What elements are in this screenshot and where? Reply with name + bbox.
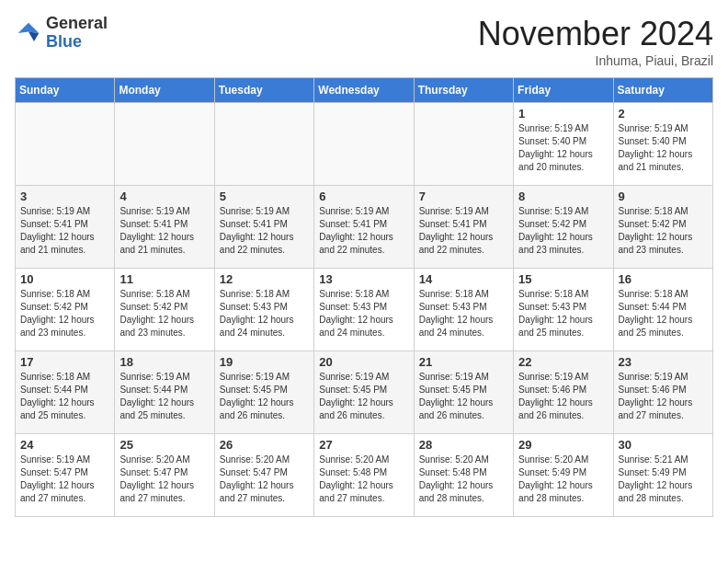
calendar-week-3: 10Sunrise: 5:18 AM Sunset: 5:42 PM Dayli… (16, 269, 713, 351)
calendar-week-5: 24Sunrise: 5:19 AM Sunset: 5:47 PM Dayli… (16, 434, 713, 517)
logo-general: General (46, 14, 108, 32)
day-content: Sunrise: 5:20 AM Sunset: 5:48 PM Dayligh… (419, 454, 508, 505)
day-content: Sunrise: 5:19 AM Sunset: 5:41 PM Dayligh… (20, 205, 109, 257)
day-content: Sunrise: 5:18 AM Sunset: 5:44 PM Dayligh… (20, 371, 109, 422)
weekday-header-thursday: Thursday (414, 78, 513, 103)
calendar-cell: 6Sunrise: 5:19 AM Sunset: 5:41 PM Daylig… (314, 186, 414, 269)
day-content: Sunrise: 5:18 AM Sunset: 5:43 PM Dayligh… (319, 288, 408, 339)
day-number: 28 (419, 438, 508, 452)
logo-blue: Blue (46, 32, 82, 51)
calendar-cell: 15Sunrise: 5:18 AM Sunset: 5:43 PM Dayli… (514, 269, 613, 351)
day-number: 21 (419, 355, 508, 369)
day-content: Sunrise: 5:19 AM Sunset: 5:47 PM Dayligh… (20, 454, 109, 505)
day-content: Sunrise: 5:19 AM Sunset: 5:41 PM Dayligh… (220, 205, 309, 257)
day-content: Sunrise: 5:18 AM Sunset: 5:43 PM Dayligh… (220, 288, 309, 339)
calendar-cell: 13Sunrise: 5:18 AM Sunset: 5:43 PM Dayli… (314, 269, 414, 351)
page-header: General Blue November 2024 Inhuma, Piaui… (15, 15, 713, 68)
logo: General Blue (15, 15, 108, 52)
day-content: Sunrise: 5:18 AM Sunset: 5:43 PM Dayligh… (419, 288, 508, 339)
day-number: 10 (20, 272, 109, 286)
calendar-cell: 24Sunrise: 5:19 AM Sunset: 5:47 PM Dayli… (16, 434, 115, 517)
location-subtitle: Inhuma, Piaui, Brazil (478, 53, 713, 68)
day-number: 11 (119, 272, 209, 286)
day-number: 20 (319, 355, 408, 369)
logo-icon (15, 19, 42, 47)
weekday-header-friday: Friday (514, 78, 613, 103)
calendar-cell: 28Sunrise: 5:20 AM Sunset: 5:48 PM Dayli… (414, 434, 513, 517)
calendar-week-4: 17Sunrise: 5:18 AM Sunset: 5:44 PM Dayli… (16, 351, 713, 434)
day-content: Sunrise: 5:19 AM Sunset: 5:41 PM Dayligh… (119, 205, 209, 257)
day-number: 18 (119, 355, 209, 369)
weekday-header-monday: Monday (115, 78, 214, 103)
calendar-week-1: 1Sunrise: 5:19 AM Sunset: 5:40 PM Daylig… (16, 103, 713, 186)
svg-marker-0 (18, 23, 40, 33)
day-number: 9 (619, 190, 708, 203)
day-number: 6 (319, 190, 408, 203)
day-content: Sunrise: 5:20 AM Sunset: 5:49 PM Dayligh… (518, 454, 608, 505)
svg-marker-1 (28, 31, 39, 41)
day-content: Sunrise: 5:19 AM Sunset: 5:40 PM Dayligh… (518, 122, 608, 174)
calendar-cell: 25Sunrise: 5:20 AM Sunset: 5:47 PM Dayli… (115, 434, 214, 517)
day-content: Sunrise: 5:19 AM Sunset: 5:45 PM Dayligh… (220, 371, 309, 422)
day-content: Sunrise: 5:20 AM Sunset: 5:47 PM Dayligh… (119, 454, 209, 505)
calendar-cell: 14Sunrise: 5:18 AM Sunset: 5:43 PM Dayli… (414, 269, 513, 351)
day-number: 15 (518, 272, 608, 286)
calendar-cell: 16Sunrise: 5:18 AM Sunset: 5:44 PM Dayli… (613, 269, 712, 351)
calendar-cell (214, 103, 313, 186)
day-number: 23 (619, 355, 708, 369)
day-number: 16 (619, 272, 708, 286)
calendar-cell: 10Sunrise: 5:18 AM Sunset: 5:42 PM Dayli… (16, 269, 115, 351)
day-number: 5 (220, 190, 309, 203)
day-number: 7 (419, 190, 508, 203)
calendar-cell: 29Sunrise: 5:20 AM Sunset: 5:49 PM Dayli… (514, 434, 613, 517)
calendar-cell: 8Sunrise: 5:19 AM Sunset: 5:42 PM Daylig… (514, 186, 613, 269)
day-content: Sunrise: 5:21 AM Sunset: 5:49 PM Dayligh… (619, 454, 708, 505)
day-content: Sunrise: 5:18 AM Sunset: 5:42 PM Dayligh… (119, 288, 209, 339)
calendar-cell: 21Sunrise: 5:19 AM Sunset: 5:45 PM Dayli… (414, 351, 513, 434)
day-number: 22 (518, 355, 608, 369)
day-content: Sunrise: 5:18 AM Sunset: 5:42 PM Dayligh… (619, 205, 708, 257)
day-number: 29 (518, 438, 608, 452)
day-content: Sunrise: 5:19 AM Sunset: 5:45 PM Dayligh… (419, 371, 508, 422)
calendar-cell: 4Sunrise: 5:19 AM Sunset: 5:41 PM Daylig… (115, 186, 214, 269)
calendar-cell: 1Sunrise: 5:19 AM Sunset: 5:40 PM Daylig… (514, 103, 613, 186)
day-content: Sunrise: 5:19 AM Sunset: 5:44 PM Dayligh… (119, 371, 209, 422)
day-content: Sunrise: 5:18 AM Sunset: 5:42 PM Dayligh… (20, 288, 109, 339)
calendar-cell: 9Sunrise: 5:18 AM Sunset: 5:42 PM Daylig… (613, 186, 712, 269)
calendar-cell: 23Sunrise: 5:19 AM Sunset: 5:46 PM Dayli… (613, 351, 712, 434)
calendar-cell: 26Sunrise: 5:20 AM Sunset: 5:47 PM Dayli… (214, 434, 313, 517)
day-content: Sunrise: 5:20 AM Sunset: 5:47 PM Dayligh… (220, 454, 309, 505)
day-number: 27 (319, 438, 408, 452)
day-number: 14 (419, 272, 508, 286)
calendar-cell: 18Sunrise: 5:19 AM Sunset: 5:44 PM Dayli… (115, 351, 214, 434)
calendar-header: SundayMondayTuesdayWednesdayThursdayFrid… (16, 78, 713, 103)
weekday-header-sunday: Sunday (16, 78, 115, 103)
calendar-cell: 3Sunrise: 5:19 AM Sunset: 5:41 PM Daylig… (16, 186, 115, 269)
calendar-cell (16, 103, 115, 186)
day-content: Sunrise: 5:18 AM Sunset: 5:44 PM Dayligh… (619, 288, 708, 339)
day-content: Sunrise: 5:20 AM Sunset: 5:48 PM Dayligh… (319, 454, 408, 505)
day-number: 2 (619, 107, 708, 121)
day-content: Sunrise: 5:19 AM Sunset: 5:40 PM Dayligh… (619, 122, 708, 174)
day-number: 30 (619, 438, 708, 452)
day-number: 12 (220, 272, 309, 286)
calendar-table: SundayMondayTuesdayWednesdayThursdayFrid… (15, 77, 713, 517)
day-number: 24 (20, 438, 109, 452)
calendar-cell (314, 103, 414, 186)
day-number: 25 (119, 438, 209, 452)
month-title: November 2024 (478, 15, 713, 53)
calendar-cell: 12Sunrise: 5:18 AM Sunset: 5:43 PM Dayli… (214, 269, 313, 351)
day-number: 26 (220, 438, 309, 452)
day-content: Sunrise: 5:18 AM Sunset: 5:43 PM Dayligh… (518, 288, 608, 339)
day-number: 3 (20, 190, 109, 203)
calendar-cell: 5Sunrise: 5:19 AM Sunset: 5:41 PM Daylig… (214, 186, 313, 269)
day-content: Sunrise: 5:19 AM Sunset: 5:41 PM Dayligh… (419, 205, 508, 257)
calendar-cell: 11Sunrise: 5:18 AM Sunset: 5:42 PM Dayli… (115, 269, 214, 351)
day-number: 13 (319, 272, 408, 286)
calendar-cell: 22Sunrise: 5:19 AM Sunset: 5:46 PM Dayli… (514, 351, 613, 434)
calendar-week-2: 3Sunrise: 5:19 AM Sunset: 5:41 PM Daylig… (16, 186, 713, 269)
day-content: Sunrise: 5:19 AM Sunset: 5:45 PM Dayligh… (319, 371, 408, 422)
day-content: Sunrise: 5:19 AM Sunset: 5:42 PM Dayligh… (518, 205, 608, 257)
calendar-cell (115, 103, 214, 186)
weekday-header-tuesday: Tuesday (214, 78, 313, 103)
